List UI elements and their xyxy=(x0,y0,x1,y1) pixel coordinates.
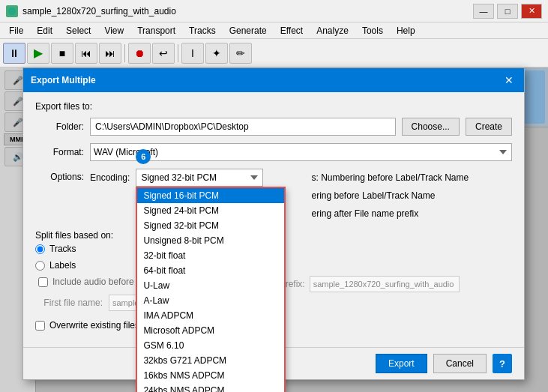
dropdown-item-9[interactable]: Microsoft ADPCM xyxy=(137,323,284,338)
dialog-close-button[interactable]: ✕ xyxy=(502,73,517,88)
app-title: sample_1280x720_surfing_with_audio xyxy=(22,6,473,16)
play-button[interactable]: ▶ xyxy=(27,43,49,64)
split-based-on-label: Split files based on: xyxy=(35,230,113,241)
dropdown-item-2[interactable]: Signed 32-bit PCM xyxy=(137,218,284,233)
folder-label: Folder: xyxy=(35,121,84,132)
create-button[interactable]: Create xyxy=(466,118,512,136)
envelope-tool[interactable]: ✦ xyxy=(205,43,228,64)
dropdown-item-0[interactable]: Signed 16-bit PCM xyxy=(137,188,284,203)
menu-generate[interactable]: Generate xyxy=(223,24,273,37)
folder-row: Folder: Choose... Create xyxy=(35,118,512,136)
export-multiple-dialog: Export Multiple ✕ Export files to: Folde… xyxy=(22,67,525,380)
options-content: Encoding: 6 Signed 32-bit PCM Signed 16-… xyxy=(90,169,291,190)
naming-option-2: ering before Label/Track Name xyxy=(312,187,513,205)
window-controls: — □ ✕ xyxy=(473,4,542,19)
menu-help[interactable]: Help xyxy=(391,24,421,37)
cancel-button[interactable]: Cancel xyxy=(433,354,487,373)
prefix-input[interactable] xyxy=(310,276,460,292)
menu-select[interactable]: Select xyxy=(60,24,97,37)
include-audio-checkbox[interactable] xyxy=(38,277,48,287)
format-label: Format: xyxy=(35,147,84,157)
skip-start-button[interactable]: ⏮ xyxy=(75,43,97,64)
dropdown-item-5[interactable]: 64-bit float xyxy=(137,263,284,278)
format-select[interactable]: WAV (Microsoft) xyxy=(90,143,512,161)
tracks-radio-label: Tracks xyxy=(49,244,76,254)
choose-button[interactable]: Choose... xyxy=(402,118,460,136)
first-file-name-label: First file name: xyxy=(35,298,103,308)
help-button[interactable]: ? xyxy=(493,354,512,373)
dropdown-item-6[interactable]: U-Law xyxy=(137,278,284,293)
step-badge: 6 xyxy=(136,149,151,164)
pause-button[interactable]: ⏸ xyxy=(3,43,25,64)
labels-radio-label: Labels xyxy=(49,260,76,271)
menu-file[interactable]: File xyxy=(3,24,29,37)
encoding-dropdown-list: Signed 16-bit PCM Signed 24-bit PCM Sign… xyxy=(136,187,286,392)
encoding-select[interactable]: Signed 32-bit PCM xyxy=(136,169,263,187)
overwrite-checkbox[interactable] xyxy=(35,321,45,331)
encoding-label: Encoding: xyxy=(90,172,130,183)
overwrite-label: Overwrite existing files xyxy=(49,320,139,331)
dialog-title-bar: Export Multiple ✕ xyxy=(23,68,524,92)
dropdown-item-7[interactable]: A-Law xyxy=(137,293,284,308)
export-files-to-label: Export files to: xyxy=(35,101,92,112)
title-bar: sample_1280x720_surfing_with_audio — □ ✕ xyxy=(0,0,548,22)
dropdown-item-12[interactable]: 16kbs NMS ADPCM xyxy=(137,368,284,383)
close-button[interactable]: ✕ xyxy=(521,4,542,19)
format-row: Format: WAV (Microsoft) xyxy=(35,143,512,161)
dropdown-item-11[interactable]: 32kbs G721 ADPCM xyxy=(137,353,284,368)
dialog-title-text: Export Multiple xyxy=(31,75,96,85)
dialog-body: Export files to: Folder: Choose... Creat… xyxy=(23,92,524,347)
dropdown-item-10[interactable]: GSM 6.10 xyxy=(137,338,284,353)
menu-view[interactable]: View xyxy=(98,24,130,37)
dialog-overlay: Export Multiple ✕ Export files to: Folde… xyxy=(0,67,548,392)
dropdown-item-4[interactable]: 32-bit float xyxy=(137,248,284,263)
menu-transport[interactable]: Transport xyxy=(131,24,181,37)
loop-button[interactable]: ↩ xyxy=(152,43,175,64)
encoding-select-wrapper: 6 Signed 32-bit PCM Signed 16-bit PCM Si… xyxy=(136,169,263,187)
options-section: Options: Encoding: 6 Signed 32-bit PCM xyxy=(35,169,512,223)
stop-button[interactable]: ■ xyxy=(51,43,73,64)
menu-tracks[interactable]: Tracks xyxy=(183,24,222,37)
draw-tool[interactable]: ✏ xyxy=(229,43,252,64)
maximize-button[interactable]: □ xyxy=(497,4,518,19)
tracks-radio[interactable] xyxy=(35,244,45,254)
dropdown-item-8[interactable]: IMA ADPCM xyxy=(137,308,284,323)
select-tool[interactable]: I xyxy=(181,43,204,64)
menu-edit[interactable]: Edit xyxy=(31,24,58,37)
menu-tools[interactable]: Tools xyxy=(356,24,389,37)
svg-point-0 xyxy=(8,7,16,15)
naming-option-3: ering after File name prefix xyxy=(312,205,513,223)
encoding-row: Encoding: 6 Signed 32-bit PCM Signed 16-… xyxy=(90,169,291,187)
app-icon xyxy=(6,5,18,17)
naming-option-1: s: Numbering before Label/Track Name xyxy=(312,169,513,187)
menu-effect[interactable]: Effect xyxy=(274,24,309,37)
main-area: 🎤 🎤 🎤 MME 🔊 Stereo, 4 32-bit flo Export … xyxy=(0,67,548,392)
dropdown-item-1[interactable]: Signed 24-bit PCM xyxy=(137,203,284,218)
toolbar-separator-1 xyxy=(124,44,125,62)
record-button[interactable]: ⏺ xyxy=(128,43,151,64)
naming-options: s: Numbering before Label/Track Name eri… xyxy=(297,169,513,223)
prefix-row: prefix: xyxy=(280,275,512,293)
options-label: Options: xyxy=(35,169,84,182)
naming-detail: prefix: xyxy=(273,230,512,314)
toolbar: ⏸ ▶ ■ ⏮ ⏭ ⏺ ↩ I ✦ ✏ xyxy=(0,39,548,67)
skip-end-button[interactable]: ⏭ xyxy=(99,43,121,64)
dropdown-item-13[interactable]: 24kbs NMS ADPCM xyxy=(137,383,284,392)
folder-input[interactable] xyxy=(90,118,396,136)
dropdown-item-3[interactable]: Unsigned 8-bit PCM xyxy=(137,233,284,248)
menu-analyze[interactable]: Analyze xyxy=(310,24,355,37)
toolbar-separator-2 xyxy=(178,44,178,62)
menu-bar: File Edit Select View Transport Tracks G… xyxy=(0,22,548,39)
minimize-button[interactable]: — xyxy=(473,4,494,19)
export-button[interactable]: Export xyxy=(376,354,427,373)
labels-radio[interactable] xyxy=(35,261,45,271)
